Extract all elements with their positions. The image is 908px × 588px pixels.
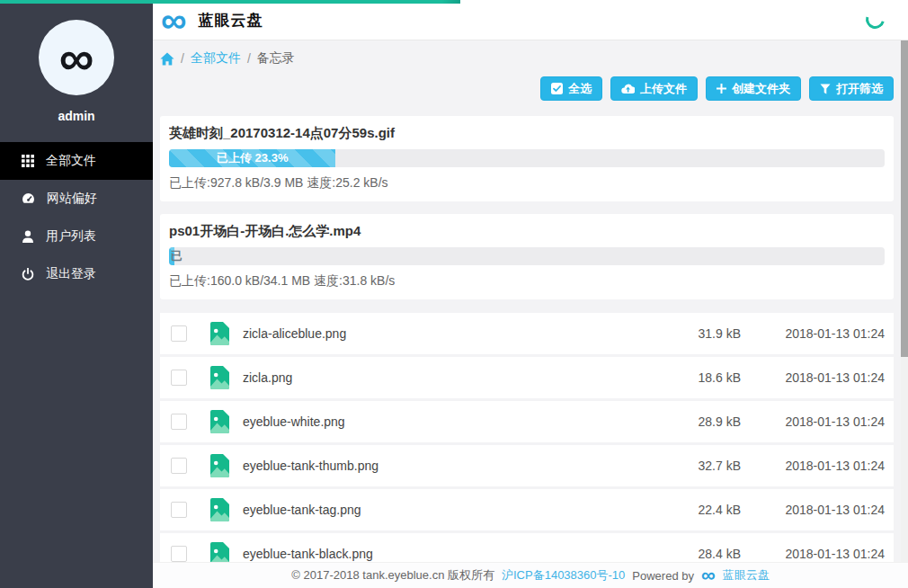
scrollbar-thumb[interactable] xyxy=(901,40,908,357)
file-date: 2018-01-13 01:24 xyxy=(750,326,885,341)
footer-powered-by: Powered by xyxy=(632,569,694,583)
image-file-icon xyxy=(210,410,229,433)
user-icon xyxy=(22,230,34,243)
button-label: 全选 xyxy=(568,81,592,97)
file-date: 2018-01-13 01:24 xyxy=(750,459,885,473)
file-date: 2018-01-13 01:24 xyxy=(750,503,885,517)
file-name[interactable]: eyeblue-tank-thumb.png xyxy=(243,459,642,473)
sidebar-menu: 全部文件 网站偏好 用户列表 退出登录 xyxy=(0,142,153,293)
breadcrumb-separator: / xyxy=(247,51,251,66)
file-checkbox[interactable] xyxy=(171,414,187,430)
sidebar: ∞ admin 全部文件 网站偏好 xyxy=(0,0,153,588)
file-name[interactable]: zicla.png xyxy=(243,370,642,385)
footer-infinity-logo-icon: ∞ xyxy=(701,567,716,584)
infinity-logo-icon: ∞ xyxy=(59,36,94,80)
file-name[interactable]: eyeblue-white.png xyxy=(243,414,642,429)
footer: © 2017-2018 tank.eyeblue.cn 版权所有 沪ICP备14… xyxy=(153,562,908,588)
grid-icon xyxy=(22,155,34,167)
app-title: 蓝眼云盘 xyxy=(199,10,263,31)
button-label: 创建文件夹 xyxy=(732,81,790,97)
avatar[interactable]: ∞ xyxy=(39,20,114,95)
file-date: 2018-01-13 01:24 xyxy=(750,370,885,385)
upload-progress-track: 已上传 23.3% xyxy=(169,149,885,167)
upload-card: ps01开场白-开场白.怎么学.mp4 已 已上传:160.0 kB/34.1 … xyxy=(160,214,894,299)
file-checkbox[interactable] xyxy=(171,458,187,474)
main-content: / 全部文件 / 备忘录 全选 上传文件 创建文件夹 xyxy=(153,40,901,562)
create-folder-button[interactable]: 创建文件夹 xyxy=(706,76,801,101)
button-label: 上传文件 xyxy=(640,81,687,97)
sidebar-item-logout[interactable]: 退出登录 xyxy=(0,255,153,293)
filter-icon xyxy=(820,84,831,94)
file-size: 22.4 kB xyxy=(642,503,741,517)
file-size: 32.7 kB xyxy=(642,459,741,473)
topbar: ∞ 蓝眼云盘 xyxy=(153,0,908,40)
button-label: 打开筛选 xyxy=(836,81,883,97)
image-file-icon xyxy=(210,542,229,562)
sidebar-item-all-files[interactable]: 全部文件 xyxy=(0,142,153,180)
file-size: 28.9 kB xyxy=(642,414,741,429)
upload-filename: 英雄时刻_20170312-14点07分59s.gif xyxy=(169,124,885,142)
sidebar-item-site-preferences[interactable]: 网站偏好 xyxy=(0,180,153,218)
image-file-icon xyxy=(210,322,229,345)
footer-brand-link[interactable]: 蓝眼云盘 xyxy=(723,567,770,584)
file-size: 31.9 kB xyxy=(642,326,741,341)
power-icon xyxy=(22,268,34,281)
breadcrumb-link-all-files[interactable]: 全部文件 xyxy=(191,50,241,67)
sidebar-item-user-list[interactable]: 用户列表 xyxy=(0,218,153,255)
upload-progress-track: 已 xyxy=(169,247,885,265)
file-date: 2018-01-13 01:24 xyxy=(750,414,885,429)
upload-progress-fill: 已上传 23.3% xyxy=(169,149,335,167)
file-name[interactable]: zicla-aliceblue.png xyxy=(243,326,642,341)
file-row[interactable]: zicla.png 18.6 kB 2018-01-13 01:24 xyxy=(160,357,894,398)
upload-filename: ps01开场白-开场白.怎么学.mp4 xyxy=(169,222,885,240)
sidebar-item-label: 用户列表 xyxy=(46,228,96,245)
loading-spinner-icon xyxy=(862,6,888,32)
file-row[interactable]: eyeblue-tank-thumb.png 32.7 kB 2018-01-1… xyxy=(160,445,894,486)
page-loading-bar xyxy=(0,0,460,4)
file-row[interactable]: eyeblue-tank-tag.png 22.4 kB 2018-01-13 … xyxy=(160,489,894,530)
file-date: 2018-01-13 01:24 xyxy=(750,547,885,561)
upload-status-text: 已上传:927.8 kB/3.9 MB 速度:25.2 kB/s xyxy=(169,175,885,192)
file-size: 28.4 kB xyxy=(642,547,741,561)
check-square-icon xyxy=(551,83,563,94)
gauge-icon xyxy=(22,192,35,205)
toolbar: 全选 上传文件 创建文件夹 打开筛选 xyxy=(160,76,894,101)
plus-icon xyxy=(717,84,726,94)
file-checkbox[interactable] xyxy=(171,325,187,342)
cloud-upload-icon xyxy=(621,83,635,94)
file-checkbox[interactable] xyxy=(171,546,187,562)
sidebar-item-label: 全部文件 xyxy=(46,153,96,169)
username: admin xyxy=(0,109,153,123)
breadcrumb: / 全部文件 / 备忘录 xyxy=(160,49,894,67)
footer-copyright: © 2017-2018 tank.eyeblue.cn 版权所有 xyxy=(291,567,494,584)
sidebar-item-label: 网站偏好 xyxy=(47,191,97,207)
file-row[interactable]: eyeblue-tank-black.png 28.4 kB 2018-01-1… xyxy=(160,533,894,562)
breadcrumb-current: 备忘录 xyxy=(257,50,295,67)
open-filter-button[interactable]: 打开筛选 xyxy=(809,76,894,101)
file-row[interactable]: zicla-aliceblue.png 31.9 kB 2018-01-13 0… xyxy=(160,313,894,354)
home-icon[interactable] xyxy=(160,52,174,66)
upload-status-text: 已上传:160.0 kB/34.1 MB 速度:31.8 kB/s xyxy=(169,273,885,290)
sidebar-item-label: 退出登录 xyxy=(46,266,96,282)
upload-file-button[interactable]: 上传文件 xyxy=(610,76,698,101)
app-logo-infinity-icon[interactable]: ∞ xyxy=(161,5,187,34)
vertical-scrollbar[interactable] xyxy=(901,40,908,562)
breadcrumb-separator: / xyxy=(181,51,184,66)
select-all-button[interactable]: 全选 xyxy=(540,76,602,101)
file-size: 18.6 kB xyxy=(642,370,741,385)
image-file-icon xyxy=(210,498,229,521)
footer-icp-link[interactable]: 沪ICP备14038360号-10 xyxy=(502,567,625,584)
file-checkbox[interactable] xyxy=(171,370,187,386)
file-list: zicla-aliceblue.png 31.9 kB 2018-01-13 0… xyxy=(160,313,894,562)
image-file-icon xyxy=(210,454,229,477)
file-name[interactable]: eyeblue-tank-tag.png xyxy=(243,503,642,517)
file-row[interactable]: eyeblue-white.png 28.9 kB 2018-01-13 01:… xyxy=(160,401,894,442)
file-name[interactable]: eyeblue-tank-black.png xyxy=(243,547,642,561)
image-file-icon xyxy=(210,366,229,389)
file-checkbox[interactable] xyxy=(171,502,187,518)
upload-progress-label-clipped: 已 xyxy=(171,247,182,265)
upload-card: 英雄时刻_20170312-14点07分59s.gif 已上传 23.3% 已上… xyxy=(160,116,894,201)
